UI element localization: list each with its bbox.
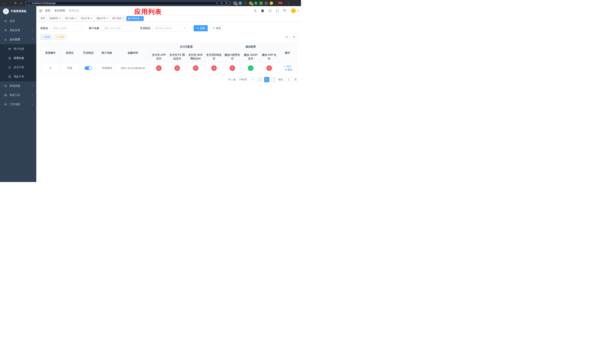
browser-refresh-button[interactable] xyxy=(13,1,18,6)
extension-badge-1: 10 xyxy=(235,3,238,6)
extension-icon-8[interactable] xyxy=(270,1,273,5)
app-title: 芋道管理系统 xyxy=(11,10,26,13)
sidebar-logo[interactable]: 芋道管理系统 xyxy=(0,6,36,16)
sidebar-item-system[interactable]: ⚙ 系统管理 xyxy=(0,26,36,35)
prev-page-button[interactable]: ‹ xyxy=(257,77,262,82)
search-icon xyxy=(285,36,288,38)
close-icon[interactable]: ✕ xyxy=(75,17,76,20)
tag-process-form[interactable]: 流程表单 ✕ xyxy=(48,16,62,21)
extension-icon-5[interactable]: ✓ xyxy=(254,1,258,5)
add-button[interactable]: + 新增 xyxy=(40,34,52,40)
search-icon[interactable] xyxy=(253,9,257,13)
merchant-name-label: 商户名称 xyxy=(89,27,99,30)
edit-link[interactable]: 修改 xyxy=(284,65,291,68)
browser-menu-icon[interactable]: ⋮ xyxy=(286,1,291,5)
sidebar-item-payment-orders[interactable]: 支付订单 xyxy=(0,63,36,72)
browser-home-button[interactable]: ⌂ xyxy=(19,1,23,6)
chevron-up-icon xyxy=(31,38,33,41)
status-toggle[interactable] xyxy=(85,66,92,70)
goto-page-input[interactable] xyxy=(285,77,293,82)
extension-icon-6[interactable] xyxy=(259,1,263,5)
extension-icon-4[interactable]: 1 xyxy=(249,1,252,5)
merchant-name-input[interactable] xyxy=(101,25,134,31)
extension-icon-2[interactable] xyxy=(239,1,242,5)
search-button[interactable]: 搜索 xyxy=(194,25,208,31)
sidebar-item-refund-orders[interactable]: 退款订单 xyxy=(0,72,36,81)
close-icon[interactable]: ✕ xyxy=(122,17,124,20)
bookmark-star-icon[interactable] xyxy=(225,2,228,5)
chevron-down-icon xyxy=(184,28,186,29)
cell-status xyxy=(79,63,98,73)
page-number-1[interactable]: 1 xyxy=(264,77,269,82)
fullscreen-icon[interactable] xyxy=(275,9,280,13)
github-icon[interactable] xyxy=(260,9,265,13)
col-alipay-app: 支付宝 APP 支付 xyxy=(150,51,168,63)
export-button[interactable]: 导出 xyxy=(54,34,66,40)
share-icon[interactable] xyxy=(220,2,223,4)
pagination-total: 共 1 条 xyxy=(228,78,236,81)
sidebar-item-app-info[interactable]: 应用信息 xyxy=(0,54,36,63)
tag-payment-orders[interactable]: 支付订单 ✕ xyxy=(79,16,94,21)
hamburger-icon[interactable] xyxy=(36,10,45,12)
sidebar-item-merchant-info[interactable]: 商户信息 xyxy=(0,44,36,54)
sidebar-item-dev-tools[interactable]: 研发工具 xyxy=(0,91,36,100)
grid-icon xyxy=(8,57,11,60)
sidebar-item-infrastructure[interactable]: 基础设施 xyxy=(0,81,36,91)
page-size-select[interactable]: 10条/页 xyxy=(237,77,255,82)
cell-actions: 修改 删除 xyxy=(278,63,297,73)
app-table: 应用编号 应用名 开启状态 商户名称 创建时间 支付宝配置 微信配置 操作 支付… xyxy=(40,43,297,74)
goto-prefix: 前往 xyxy=(278,78,283,81)
wechat-jsapi-status-icon: ✓ xyxy=(248,65,253,71)
app-name-input[interactable] xyxy=(50,25,83,31)
col-wechat-mini: 微信小程序支付 xyxy=(223,51,241,63)
breadcrumb-payment[interactable]: 支付管理 xyxy=(54,9,65,12)
download-icon xyxy=(56,36,58,38)
extension-icon-7[interactable] xyxy=(265,1,268,5)
help-icon[interactable]: ? xyxy=(268,9,272,13)
browser-forward-button[interactable]: → xyxy=(7,1,12,6)
cell-app-id: 6 xyxy=(41,63,60,73)
browser-back-button[interactable]: ← xyxy=(2,1,7,6)
toggle-search-button[interactable] xyxy=(284,34,290,40)
tag-user-group[interactable]: 用户分组 ✕ xyxy=(63,16,78,21)
tag-home[interactable]: 首页 xyxy=(39,16,47,21)
breadcrumb-home[interactable]: 首页 xyxy=(45,9,50,12)
chevron-down-icon xyxy=(252,79,254,80)
col-actions: 操作 xyxy=(278,43,297,63)
cell-created: 2021-10-23 08:49:25 xyxy=(116,63,150,73)
user-avatar[interactable] xyxy=(291,8,299,13)
alipay-pc-status-icon: ✕ xyxy=(174,65,180,71)
tag-refund-orders[interactable]: 退款订单 ✕ xyxy=(95,16,110,21)
url-text: localhost:1024/pay/app xyxy=(32,2,214,4)
wechat-app-status-icon: ✕ xyxy=(266,65,272,71)
cell-app-name: 芋道 xyxy=(60,63,79,73)
extension-icon-3[interactable] xyxy=(244,1,247,5)
tag-app-info[interactable]: 应用信息 ✕ xyxy=(127,16,144,21)
delete-link[interactable]: 删除 xyxy=(285,68,292,72)
extension-badge-2: 1 xyxy=(252,3,253,6)
font-size-icon[interactable]: TT xyxy=(282,9,287,13)
status-select[interactable]: 请选择开启状态 xyxy=(152,25,188,31)
close-icon[interactable]: ✕ xyxy=(91,17,92,20)
site-info-icon[interactable]: i xyxy=(28,2,30,4)
reset-button[interactable]: 重置 xyxy=(210,25,224,31)
sidebar: 芋道管理系统 首页 ⚙ 系统管理 ¥ 支付管理 xyxy=(0,6,36,182)
col-alipay-wap: 支付宝 WAP 网站支付 xyxy=(186,51,205,63)
refresh-table-button[interactable] xyxy=(291,34,297,40)
order-icon xyxy=(8,66,11,69)
sidebar-item-home[interactable]: 首页 xyxy=(0,16,36,26)
table-row: 6 芋道 芋道源码 2021-10-23 08:49:25 ✕ ✕ ✕ xyxy=(41,63,297,73)
dashboard-icon xyxy=(4,20,7,22)
close-icon[interactable]: ✕ xyxy=(140,17,142,20)
tag-merchant-info[interactable]: 商户信息 ✕ xyxy=(111,16,126,21)
url-bar[interactable]: i localhost:1024/pay/app xyxy=(26,1,230,5)
chrome-update-button[interactable]: 更新 xyxy=(276,1,285,5)
sidebar-item-workflow[interactable]: 工作流程 xyxy=(0,100,36,109)
close-icon[interactable]: ✕ xyxy=(107,17,108,20)
sidebar-item-payment[interactable]: ¥ 支付管理 xyxy=(0,35,36,44)
cell-merchant: 芋道源码 xyxy=(98,63,116,73)
password-key-icon[interactable] xyxy=(216,2,218,4)
extension-icon-1[interactable]: 10 xyxy=(233,1,237,5)
close-icon[interactable]: ✕ xyxy=(59,17,61,20)
next-page-button[interactable]: › xyxy=(271,77,276,82)
